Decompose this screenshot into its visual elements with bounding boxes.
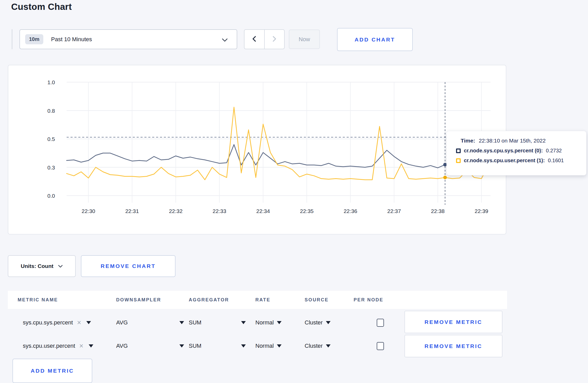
caret-down-icon [326, 321, 331, 324]
caret-down-icon[interactable] [89, 344, 93, 347]
svg-text:22:33: 22:33 [213, 208, 226, 214]
chevron-down-icon [58, 263, 63, 269]
clear-metric-icon[interactable]: × [79, 343, 83, 350]
remove-metric-button[interactable]: REMOVE METRIC [404, 311, 502, 333]
tooltip-series-name: cr.node.sys.cpu.sys.percent (0): [464, 148, 543, 154]
svg-text:0.5: 0.5 [47, 136, 55, 142]
rate-value: Normal [255, 319, 274, 326]
add-chart-label: ADD CHART [355, 37, 395, 43]
aggregator-select[interactable]: SUM [189, 335, 246, 357]
rate-select[interactable]: Normal [255, 335, 282, 357]
add-metric-button[interactable]: ADD METRIC [12, 359, 92, 383]
downsampler-value: AVG [116, 319, 128, 326]
caret-down-icon [326, 344, 331, 347]
svg-text:22:36: 22:36 [344, 208, 357, 214]
caret-down-icon [241, 344, 246, 347]
metric-name-select[interactable]: sys.cpu.user.percent × [23, 335, 93, 357]
caret-down-icon [277, 321, 282, 324]
now-button[interactable]: Now [289, 30, 320, 49]
add-metric-label: ADD METRIC [31, 368, 74, 374]
svg-text:1.0: 1.0 [47, 79, 55, 85]
svg-text:0.3: 0.3 [47, 165, 55, 171]
tooltip-series-value: 0.1601 [548, 158, 564, 164]
chevron-right-icon [271, 35, 278, 44]
svg-text:22:32: 22:32 [169, 208, 183, 214]
aggregator-select[interactable]: SUM [189, 312, 246, 334]
svg-text:22:30: 22:30 [82, 208, 95, 214]
now-button-label: Now [299, 36, 310, 43]
prev-window-button[interactable] [244, 30, 265, 49]
col-header-aggregator: AGGREGATOR [189, 291, 229, 309]
custom-chart-page: Custom Chart 10m Past 10 Minutes Now ADD… [0, 0, 588, 383]
metric-name-select[interactable]: sys.cpu.sys.percent × [23, 312, 91, 334]
svg-text:22:35: 22:35 [300, 208, 314, 214]
tooltip-time-value: 22:38:10 on Mar 15th, 2022 [479, 138, 546, 144]
rate-select[interactable]: Normal [255, 312, 282, 334]
aggregator-value: SUM [189, 343, 201, 349]
aggregator-value: SUM [189, 319, 201, 326]
series-swatch-sys [456, 148, 461, 153]
caret-down-icon [241, 321, 246, 324]
caret-down-icon [179, 344, 184, 347]
caret-down-icon[interactable] [86, 321, 91, 324]
tooltip-series-name: cr.node.sys.cpu.user.percent (1): [464, 158, 545, 164]
downsampler-select[interactable]: AVG [116, 335, 184, 357]
col-header-metric-name: METRIC NAME [18, 291, 58, 309]
col-header-downsampler: DOWNSAMPLER [116, 291, 161, 309]
downsampler-select[interactable]: AVG [116, 312, 184, 334]
per-node-checkbox[interactable] [377, 342, 384, 350]
caret-down-icon [179, 321, 184, 324]
remove-chart-label: REMOVE CHART [101, 263, 156, 269]
units-dropdown-label: Units: Count [21, 263, 53, 269]
page-title: Custom Chart [11, 2, 72, 12]
svg-text:0.0: 0.0 [47, 193, 55, 199]
caret-down-icon [277, 344, 282, 347]
tooltip-time-label: Time: [461, 138, 475, 144]
remove-metric-button[interactable]: REMOVE METRIC [404, 335, 502, 357]
time-range-select[interactable]: 10m Past 10 Minutes [19, 29, 237, 49]
rate-value: Normal [255, 343, 274, 349]
series-swatch-user [456, 158, 461, 163]
svg-text:22:34: 22:34 [256, 208, 270, 214]
per-node-checkbox[interactable] [377, 319, 384, 327]
metrics-table-header: METRIC NAME DOWNSAMPLER AGGREGATOR RATE … [8, 291, 507, 309]
chevron-left-icon [251, 35, 258, 44]
svg-text:22:38: 22:38 [431, 208, 445, 214]
chevron-down-icon [222, 38, 228, 43]
time-range-badge: 10m [25, 34, 43, 44]
col-header-per-node: PER NODE [354, 291, 383, 309]
svg-text:22:31: 22:31 [125, 208, 139, 214]
source-select[interactable]: Cluster [305, 335, 331, 357]
chart-panel: 1.00.80.50.30.022:3022:3122:3222:3322:34… [8, 65, 506, 235]
metric-name-value: sys.cpu.user.percent [23, 343, 75, 349]
tooltip-series-value: 0.2732 [546, 148, 562, 154]
source-select[interactable]: Cluster [305, 312, 331, 334]
units-dropdown[interactable]: Units: Count [8, 255, 76, 277]
svg-text:22:37: 22:37 [387, 208, 401, 214]
col-header-rate: RATE [255, 291, 270, 309]
svg-text:0.8: 0.8 [47, 108, 55, 114]
next-window-button[interactable] [265, 30, 284, 49]
add-chart-button[interactable]: ADD CHART [337, 28, 413, 51]
svg-text:22:39: 22:39 [475, 208, 488, 214]
downsampler-value: AVG [116, 343, 128, 349]
remove-metric-label: REMOVE METRIC [425, 319, 482, 325]
chart-canvas[interactable]: 1.00.80.50.30.022:3022:3122:3222:3322:34… [8, 65, 506, 234]
source-value: Cluster [305, 319, 323, 326]
clear-metric-icon[interactable]: × [77, 319, 81, 326]
time-window-nav [244, 29, 285, 49]
remove-chart-button[interactable]: REMOVE CHART [81, 255, 176, 277]
remove-metric-label: REMOVE METRIC [425, 343, 482, 349]
chart-tooltip: Time: 22:38:10 on Mar 15th, 2022 cr.node… [446, 131, 586, 175]
time-range-label: Past 10 Minutes [51, 36, 92, 43]
source-value: Cluster [305, 343, 323, 349]
toolbar-divider [12, 29, 12, 49]
col-header-source: SOURCE [305, 291, 329, 309]
metric-name-value: sys.cpu.sys.percent [23, 319, 73, 326]
